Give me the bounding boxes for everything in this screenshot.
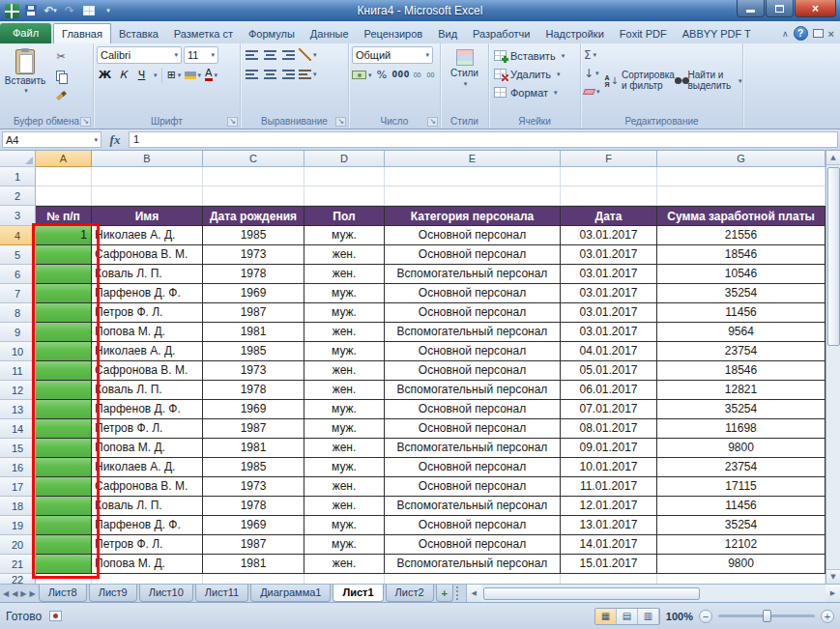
borders-button[interactable]: ⊞▾ xyxy=(166,67,183,83)
cell-E1[interactable] xyxy=(385,167,561,186)
format-cells-button[interactable]: Формат▾ xyxy=(492,83,577,101)
cell-G2[interactable] xyxy=(657,186,826,206)
cell-E14[interactable]: Основной персонал xyxy=(385,419,561,439)
row-header-3[interactable]: 3 xyxy=(0,206,36,226)
cell-G12[interactable]: 12821 xyxy=(657,381,826,400)
row-header-16[interactable]: 16 xyxy=(0,458,36,477)
copy-button[interactable] xyxy=(51,68,71,84)
cell-G14[interactable]: 11698 xyxy=(657,419,826,439)
clipboard-dialog-launcher[interactable]: ↘ xyxy=(80,117,91,127)
cell-A14[interactable] xyxy=(36,419,92,439)
cell-C16[interactable]: 1985 xyxy=(203,458,304,477)
cell-E15[interactable]: Вспомогательный персонал xyxy=(385,439,561,458)
cell-D5[interactable]: жен. xyxy=(304,245,385,265)
cell-B13[interactable]: Парфенов Д. Ф. xyxy=(92,400,203,419)
cell-F19[interactable]: 13.01.2017 xyxy=(561,516,657,535)
undo-button[interactable]: ↶▾ xyxy=(43,3,58,18)
cell-B16[interactable]: Николаев А. Д. xyxy=(92,458,203,477)
align-center-button[interactable] xyxy=(262,66,278,82)
zoom-out-button[interactable]: − xyxy=(699,610,712,623)
row-header-6[interactable]: 6 xyxy=(0,265,36,284)
styles-button[interactable]: Стили ▾ xyxy=(444,46,485,115)
column-header-A[interactable]: A xyxy=(36,151,92,167)
tab-splitter[interactable] xyxy=(456,586,463,600)
sheet-tab-Лист8[interactable]: Лист8 xyxy=(39,585,87,602)
row-header-10[interactable]: 10 xyxy=(0,342,36,361)
cell-C4[interactable]: 1985 xyxy=(203,226,304,245)
cell-G1[interactable] xyxy=(657,167,826,186)
cell-E5[interactable]: Основной персонал xyxy=(385,245,561,265)
cell-G15[interactable]: 9800 xyxy=(657,439,826,458)
cell-C7[interactable]: 1969 xyxy=(203,284,304,303)
scroll-down-button[interactable]: ▼ xyxy=(826,569,840,584)
cell-D10[interactable]: муж. xyxy=(304,342,385,361)
column-header-G[interactable]: G xyxy=(657,151,826,167)
cell-D4[interactable]: муж. xyxy=(304,226,385,245)
cell-F20[interactable]: 14.01.2017 xyxy=(561,535,657,555)
cell-F16[interactable]: 10.01.2017 xyxy=(561,458,657,477)
comma-style-button[interactable]: 000 xyxy=(392,67,410,83)
ribbon-tab-Формулы[interactable]: Формулы xyxy=(241,24,303,43)
fill-button[interactable]: ↓▾ xyxy=(584,65,600,81)
cell-E20[interactable]: Основной персонал xyxy=(385,535,561,555)
format-painter-button[interactable] xyxy=(51,87,71,103)
row-header-20[interactable]: 20 xyxy=(0,535,36,555)
select-all-corner[interactable] xyxy=(0,151,36,167)
cell-F10[interactable]: 04.01.2017 xyxy=(561,342,657,361)
cell-G7[interactable]: 35254 xyxy=(657,284,826,303)
cell-B7[interactable]: Парфенов Д. Ф. xyxy=(92,284,203,303)
row-header-14[interactable]: 14 xyxy=(0,419,36,439)
row-header-12[interactable]: 12 xyxy=(0,381,36,400)
cell-A17[interactable] xyxy=(36,477,92,497)
row-header-5[interactable]: 5 xyxy=(0,245,36,265)
workbook-restore-button[interactable] xyxy=(813,29,824,38)
ribbon-tab-Файл[interactable]: Файл xyxy=(0,23,51,43)
next-sheet-button[interactable]: ▶ xyxy=(20,589,26,598)
column-header-B[interactable]: B xyxy=(92,151,203,167)
row-header-4[interactable]: 4 xyxy=(0,226,36,245)
cell-A15[interactable] xyxy=(36,439,92,458)
row-header-2[interactable]: 2 xyxy=(0,186,36,206)
cell-G5[interactable]: 18546 xyxy=(657,245,826,265)
number-dialog-launcher[interactable]: ↘ xyxy=(427,117,438,127)
cell-G3[interactable]: Сумма заработной платы xyxy=(657,206,826,226)
cell-G4[interactable]: 21556 xyxy=(657,226,826,245)
cell-A13[interactable] xyxy=(36,400,92,419)
ribbon-tab-Foxit PDF[interactable]: Foxit PDF xyxy=(612,24,675,43)
ribbon-tab-Разметка ст[interactable]: Разметка ст xyxy=(166,24,241,43)
cell-E18[interactable]: Вспомогательный персонал xyxy=(385,497,561,516)
clear-button[interactable]: ▾ xyxy=(584,83,600,100)
cut-button[interactable]: ✂ xyxy=(51,48,71,65)
cell-B5[interactable]: Сафронова В. М. xyxy=(92,245,203,265)
close-button[interactable]: × xyxy=(795,0,836,17)
cell-B8[interactable]: Петров Ф. Л. xyxy=(92,303,203,323)
increase-decimal-button[interactable]: 00 xyxy=(412,70,423,80)
cell-E19[interactable]: Основной персонал xyxy=(385,516,561,535)
sort-filter-button[interactable]: АЯ↓ Сортировка и фильтр ▾ xyxy=(604,46,674,115)
cell-A7[interactable] xyxy=(36,284,92,303)
fill-color-button[interactable]: ▾ xyxy=(185,67,202,83)
cell-B18[interactable]: Коваль Л. П. xyxy=(92,497,203,516)
cell-D13[interactable]: муж. xyxy=(304,400,385,419)
cell-A12[interactable] xyxy=(36,381,92,400)
page-layout-view-button[interactable]: ▤ xyxy=(617,609,638,624)
align-top-button[interactable] xyxy=(244,46,260,63)
page-break-view-button[interactable]: ▥ xyxy=(638,609,659,624)
row-header-8[interactable]: 8 xyxy=(0,303,36,323)
row-header-18[interactable]: 18 xyxy=(0,497,36,516)
cell-D2[interactable] xyxy=(304,186,385,206)
autosum-button[interactable]: Σ▾ xyxy=(584,46,600,63)
row-header-22[interactable]: 22 xyxy=(0,574,36,584)
cell-D19[interactable]: муж. xyxy=(304,516,385,535)
font-name-select[interactable]: Calibri▾ xyxy=(97,46,182,64)
cell-F21[interactable]: 15.01.2017 xyxy=(561,555,657,574)
minimize-button[interactable] xyxy=(737,0,765,17)
cell-D9[interactable]: жен. xyxy=(304,323,385,342)
cell-G17[interactable]: 17115 xyxy=(657,477,826,497)
cell-F8[interactable]: 03.01.2017 xyxy=(561,303,657,323)
cell-D6[interactable]: жен. xyxy=(304,265,385,284)
zoom-slider-thumb[interactable] xyxy=(763,610,771,622)
cell-A16[interactable] xyxy=(36,458,92,477)
sheet-tab-Лист2[interactable]: Лист2 xyxy=(386,585,434,602)
cell-F2[interactable] xyxy=(561,186,657,206)
